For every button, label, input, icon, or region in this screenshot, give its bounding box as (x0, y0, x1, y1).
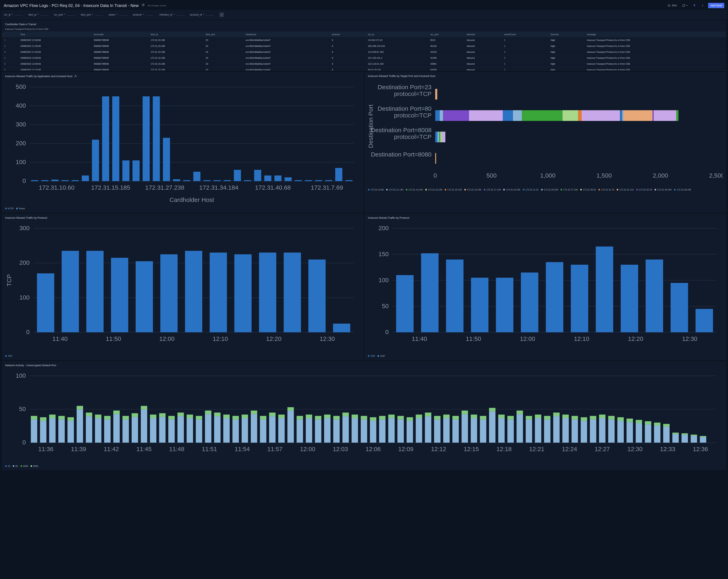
share-icon[interactable] (141, 4, 145, 7)
legend-item[interactable]: 172.31.15.185 (464, 188, 481, 191)
legend-item[interactable]: 172.31.34.184 (654, 188, 672, 191)
filter-src_port[interactable]: src_port * (54, 13, 75, 16)
column-header[interactable]: protocol (330, 31, 366, 37)
filter-protocol[interactable]: protocol * (133, 13, 154, 16)
filter-action[interactable]: action * (109, 13, 127, 16)
legend-item[interactable]: 172.31.11.140 (386, 188, 403, 191)
table-row[interactable]: 119/08/2022 12:00:00956882708938172.31.1… (2, 37, 726, 43)
svg-rect-169 (86, 412, 92, 416)
svg-rect-206 (260, 419, 266, 443)
legend-item[interactable]: 172.31.32.24 (636, 188, 652, 191)
svg-rect-267 (535, 414, 541, 418)
bar-chart[interactable]: 05010011:3611:3911:4211:4511:4811:5111:5… (5, 370, 723, 461)
svg-rect-280 (599, 418, 605, 443)
warning-icon (74, 75, 77, 78)
legend-item[interactable]: 172.31.14.198 (425, 188, 442, 191)
cell-protocol: 6 (330, 49, 366, 55)
column-header[interactable]: Severity (548, 31, 585, 37)
table-row[interactable]: 219/08/2022 11:45:00956882708938172.31.1… (2, 43, 726, 49)
column-header[interactable]: src_port (428, 31, 465, 37)
hbar-chart[interactable]: Destination Port=23protocol=TCPDestinati… (368, 80, 723, 184)
legend-item[interactable]: 80 (13, 465, 18, 467)
svg-rect-40 (264, 175, 271, 181)
column-header[interactable]: direction (465, 31, 502, 37)
legend-item[interactable]: 172.31.21.31 (523, 188, 539, 191)
column-header[interactable]: interfaceid (243, 31, 330, 37)
svg-rect-209 (269, 412, 275, 416)
legend-item[interactable]: HTTP (5, 207, 14, 210)
more-menu[interactable] (700, 3, 705, 8)
filter-account_id[interactable]: account_id * (190, 13, 214, 16)
legend-item[interactable]: TCP (5, 355, 12, 357)
column-header[interactable]: dest_ip (149, 31, 204, 37)
svg-text:11:36: 11:36 (38, 446, 53, 452)
legend-item[interactable]: 172.31.30.32 (580, 188, 596, 191)
svg-rect-102 (61, 251, 79, 332)
legend-item[interactable]: 8080 (30, 465, 38, 467)
dashboard-title: Amazon VPC Flow Logs - PCI Req 02, 04 - … (4, 3, 138, 8)
svg-rect-210 (278, 418, 285, 443)
legend-item[interactable]: 172.31.14.154 (406, 188, 423, 191)
svg-rect-160 (49, 418, 55, 443)
svg-rect-166 (77, 409, 83, 443)
table-row[interactable]: 319/08/2022 11:45:00956882708938172.31.1… (2, 49, 726, 55)
legend-item[interactable]: UDP (378, 355, 385, 357)
add-panel-button[interactable]: Add Panel (708, 3, 724, 8)
legend-item[interactable]: 172.31.32.132 (617, 188, 633, 191)
legend-item[interactable]: 23 (5, 465, 10, 467)
legend-item[interactable]: Telnet (16, 207, 25, 210)
refresh-button[interactable] (681, 3, 689, 8)
legend-item[interactable]: 172.31.27.238 (561, 188, 577, 191)
filter-button[interactable] (692, 3, 697, 8)
legend-item[interactable]: 172.31.15.143 (445, 188, 462, 191)
svg-rect-207 (260, 416, 266, 420)
filter-interface_id[interactable]: interface_id * (159, 13, 184, 16)
svg-rect-75 (622, 110, 623, 121)
svg-rect-217 (306, 414, 312, 418)
filter-src_ip[interactable]: src_ip * (4, 13, 23, 16)
legend-label: 8008 (23, 465, 28, 467)
filter-dest_ip[interactable]: dest_ip * (28, 13, 48, 16)
column-header[interactable]: message (585, 31, 726, 37)
column-header[interactable]: accountid (92, 31, 149, 37)
legend-item[interactable]: 172.31.31.76 (598, 188, 614, 191)
svg-text:Destination Port=80: Destination Port=80 (378, 105, 432, 112)
legend-item[interactable]: TCP (368, 355, 375, 357)
bar-chart[interactable]: 010020030011:4011:5012:0012:1012:2012:30… (5, 222, 360, 351)
legend-item[interactable]: 172.31.17.134 (484, 188, 501, 191)
svg-text:12:00: 12:00 (520, 335, 535, 342)
cell-idx: 1 (2, 37, 18, 43)
svg-rect-218 (315, 419, 321, 443)
svg-rect-18 (41, 180, 49, 181)
cell-src_ip: 183.188.119.216 (366, 43, 428, 49)
add-filter-button[interactable] (219, 12, 224, 17)
filter-label: dest_ip (28, 13, 36, 16)
bar-chart[interactable]: 0100200300400500172.31.10.60172.31.15.18… (5, 81, 360, 203)
legend-item[interactable]: 172.31.24.204 (541, 188, 558, 191)
table-scroll[interactable]: Timeaccountiddest_ipdest_portinterfaceid… (2, 31, 726, 71)
svg-rect-112 (308, 259, 326, 332)
svg-text:172.31.15.185: 172.31.15.185 (91, 184, 130, 191)
column-header[interactable]: src_ip (366, 31, 428, 37)
legend-label: 172.31.14.154 (409, 188, 423, 191)
time-range-selector[interactable]: -60m (667, 3, 678, 8)
svg-rect-286 (626, 422, 633, 443)
cell-accountid: 956882708938 (92, 37, 149, 43)
legend-item[interactable]: 172.31.19.185 (503, 188, 520, 191)
bar-chart[interactable]: 05010015020011:4011:5012:0012:1012:2012:… (368, 222, 723, 351)
svg-rect-177 (123, 416, 129, 420)
svg-rect-137 (546, 262, 563, 332)
svg-text:100: 100 (379, 277, 389, 283)
table-row[interactable]: 619/08/2022 12:15:00956882708938172.31.1… (2, 67, 726, 71)
column-header[interactable]: eventCount (502, 31, 549, 37)
column-header[interactable] (2, 31, 18, 37)
legend-item[interactable]: 172.31.10.60 (368, 188, 384, 191)
column-header[interactable]: Time (18, 31, 92, 37)
filter-dest_port[interactable]: dest_port * (81, 13, 103, 16)
legend-item[interactable]: 8008 (21, 465, 28, 467)
legend-item[interactable]: 172.31.38.245 (674, 188, 691, 191)
table-row[interactable]: 419/08/2022 12:00:00956882708938172.31.1… (2, 55, 726, 61)
column-header[interactable]: dest_port (204, 31, 243, 37)
cell-src_port: 6513 (428, 37, 465, 43)
table-row[interactable]: 519/08/2022 12:00:00956882708938172.31.1… (2, 61, 726, 67)
